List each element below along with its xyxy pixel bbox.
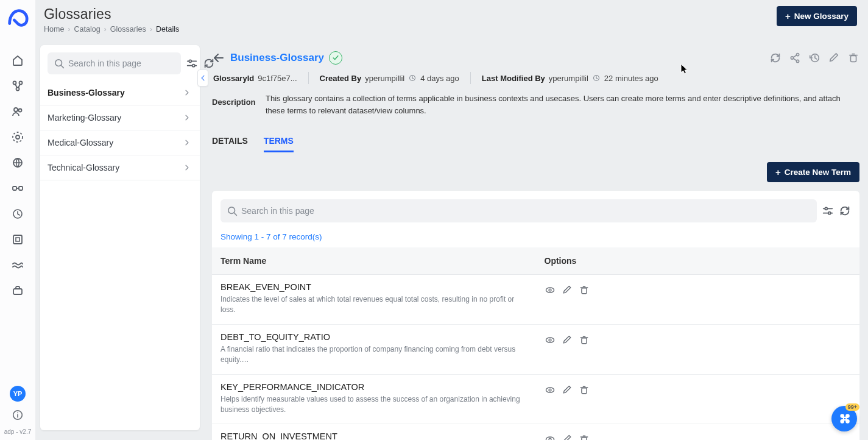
glossary-list-panel: Business-GlossaryMarketing-GlossaryMedic… (40, 45, 200, 430)
table-row: KEY_PERFORMANCE_INDICATORHelps identify … (212, 374, 859, 424)
new-glossary-button[interactable]: + New Glossary (777, 6, 857, 26)
tabs: DETAILS TERMS (212, 127, 859, 156)
edit-icon[interactable] (828, 52, 840, 64)
refresh-icon[interactable] (769, 52, 782, 64)
svg-rect-31 (19, 186, 23, 190)
chevron-right-icon: › (68, 25, 70, 34)
terms-search[interactable] (221, 199, 817, 222)
description-text: This glossary contains a collection of t… (266, 93, 859, 116)
collapse-sidebar-button[interactable] (197, 69, 208, 87)
modified-by-label: Last Modified By (482, 74, 545, 83)
edit-icon[interactable] (562, 285, 573, 296)
tab-terms[interactable]: TERMS (264, 136, 294, 152)
term-description: Helps identify measurable values used to… (221, 394, 525, 416)
create-term-button[interactable]: + Create New Term (767, 162, 859, 182)
svg-point-28 (13, 132, 23, 142)
chevron-right-icon: › (104, 25, 107, 34)
flow-icon[interactable] (11, 79, 24, 93)
fab-count-badge: 99+ (845, 403, 859, 411)
search-icon (54, 58, 65, 69)
status-badge-ok (329, 51, 342, 65)
delete-icon[interactable] (579, 434, 590, 440)
app-logo[interactable] (6, 7, 29, 30)
breadcrumb-glossaries[interactable]: Glossaries (110, 25, 146, 34)
table-row: RETURN_ON_INVESTMENTROI – A performance … (212, 424, 859, 440)
delete-icon[interactable] (847, 52, 859, 64)
term-name[interactable]: KEY_PERFORMANCE_INDICATOR (221, 382, 528, 392)
view-icon[interactable] (545, 335, 556, 346)
time-icon[interactable] (11, 207, 24, 221)
sidebar-search-input[interactable] (68, 59, 175, 68)
svg-rect-33 (13, 235, 22, 244)
chevron-right-icon (183, 88, 191, 97)
sidebar-item[interactable]: Technical-Glossary (40, 155, 200, 180)
plus-icon: + (775, 168, 781, 177)
col-options: Options (536, 247, 860, 275)
page-title: Glossaries (44, 6, 179, 23)
svg-point-26 (19, 109, 22, 112)
back-button[interactable] (212, 51, 225, 65)
rail-nav (11, 54, 24, 297)
refresh-icon[interactable] (839, 205, 851, 217)
plus-icon: + (785, 12, 791, 21)
col-term-name: Term Name (212, 247, 536, 275)
new-glossary-label: New Glossary (794, 12, 849, 21)
clock-icon (592, 74, 601, 82)
sidebar-item[interactable]: Business-Glossary (40, 80, 200, 105)
term-name[interactable]: RETURN_ON_INVESTMENT (221, 431, 528, 440)
created-by-label: Created By (320, 74, 362, 83)
history-icon[interactable] (808, 52, 820, 64)
tab-details[interactable]: DETAILS (212, 136, 248, 152)
sidebar-item[interactable]: Medical-Glossary (40, 130, 200, 155)
globe-icon[interactable] (11, 156, 24, 169)
delete-icon[interactable] (579, 385, 590, 396)
chevron-right-icon (183, 113, 191, 122)
edit-icon[interactable] (562, 335, 573, 346)
delete-icon[interactable] (579, 335, 590, 346)
record-count: Showing 1 - 7 of 7 record(s) (212, 229, 859, 247)
sidebar-item-label: Marketing-Glossary (48, 113, 121, 122)
share-icon[interactable] (789, 52, 801, 64)
info-icon[interactable] (12, 409, 24, 421)
view-icon[interactable] (545, 385, 556, 396)
pipeline-icon[interactable] (11, 182, 24, 195)
chevron-left-icon (199, 74, 207, 82)
term-name[interactable]: BREAK_EVEN_POINT (221, 282, 528, 292)
view-icon[interactable] (545, 285, 556, 296)
edit-icon[interactable] (562, 434, 573, 440)
scan-icon[interactable] (11, 233, 24, 246)
svg-rect-34 (13, 289, 22, 294)
created-by-user: yperumpillil (365, 74, 404, 83)
svg-rect-30 (13, 186, 16, 190)
view-icon[interactable] (545, 434, 556, 440)
filter-icon[interactable] (822, 205, 834, 217)
check-icon (331, 54, 340, 62)
briefcase-icon[interactable] (11, 284, 24, 297)
page-header: Glossaries Home › Catalog › Glossaries ›… (35, 0, 868, 41)
sidebar-search[interactable] (48, 52, 181, 74)
breadcrumb-home[interactable]: Home (44, 25, 64, 34)
create-term-label: Create New Term (785, 168, 851, 177)
command-fab[interactable]: 99+ (831, 406, 857, 431)
term-name[interactable]: DEBT_TO_EQUITY_RATIO (221, 332, 528, 342)
terms-card: Showing 1 - 7 of 7 record(s) Term Name O… (212, 191, 859, 440)
breadcrumbs: Home › Catalog › Glossaries › Details (44, 25, 179, 34)
edit-icon[interactable] (562, 385, 573, 396)
filter-icon[interactable] (186, 57, 198, 69)
term-description: A financial ratio that indicates the pro… (221, 344, 525, 366)
user-avatar[interactable]: YP (10, 386, 26, 402)
sidebar-item[interactable]: Marketing-Glossary (40, 105, 200, 130)
glossary-name: Business-Glossary (230, 52, 324, 64)
gear-icon[interactable] (11, 130, 24, 144)
glossary-id-label: GlossaryId (213, 74, 254, 83)
terms-search-input[interactable] (241, 206, 811, 216)
table-row: BREAK_EVEN_POINTIndicates the level of s… (212, 275, 859, 325)
users-icon[interactable] (11, 105, 24, 118)
breadcrumb-catalog[interactable]: Catalog (74, 25, 101, 34)
sidebar-item-label: Business-Glossary (48, 88, 125, 98)
command-icon (838, 412, 851, 425)
home-icon[interactable] (11, 54, 24, 67)
left-rail: YP adp - v2.7 (0, 0, 35, 440)
waves-icon[interactable] (11, 258, 24, 272)
delete-icon[interactable] (579, 285, 590, 296)
